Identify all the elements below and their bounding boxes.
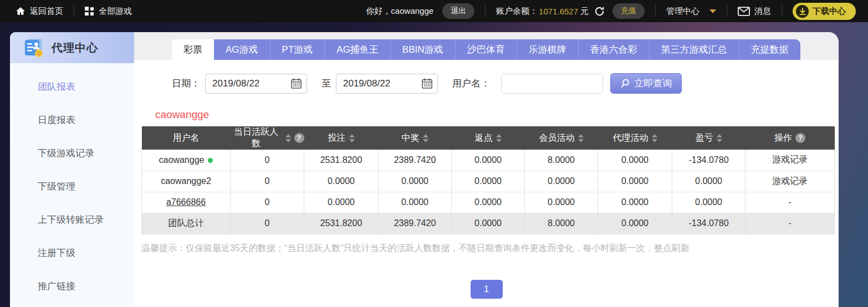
table-row: caowangge2 0 0.0000 0.0000 0.0000 0.0000… [142,171,835,192]
cell-bet: 2531.8200 [304,213,379,234]
tab-saba-sports[interactable]: 沙巴体育 [455,39,517,60]
cell-username: 团队总计 [142,213,231,234]
sidebar-header: 代理中心 [10,32,134,63]
cell-active-count: 0 [231,150,304,171]
topbar-left: 返回首页 全部游戏 [16,5,132,17]
tip-text: 温馨提示：仅保留最近35天的数据；“当日活跃人数”只统计当天的活跃人数数据，不随… [141,243,839,254]
sidebar-menu: 团队报表 日度报表 下级游戏记录 下级管理 上下级转账记录 注册下级 推广链接 [10,63,134,303]
admin-center-menu[interactable]: 管理中心 [666,6,716,17]
balance-value: 1071.6527 [539,7,578,16]
topbar: 返回首页 全部游戏 你好，caowangge 退出 账户余额： 1071.652… [0,0,868,22]
sub-user-link[interactable]: a7666866 [166,197,206,207]
cell-win: 2389.7420 [379,213,452,234]
page-button-1[interactable]: 1 [471,280,503,299]
search-button-label: 立即查询 [634,77,672,90]
date-label: 日期： [172,77,200,90]
to-label: 至 [321,77,331,90]
username-input[interactable] [501,74,603,94]
main-layout: 代理中心 团队报表 日度报表 下级游戏记录 下级管理 上下级转账记录 注册下级 … [0,22,868,307]
cell-profit: -134.0780 [672,213,746,234]
topbar-divider [727,5,727,17]
agent-name: caowangge [155,109,839,121]
table-row: caowangge 0 2531.8200 2389.7420 0.0000 8… [142,150,835,171]
tab-ag-games[interactable]: AG游戏 [214,39,270,60]
game-tabs: 彩票 AG游戏 PT游戏 AG捕鱼王 BBIN游戏 沙巴体育 乐游棋牌 香港六合… [134,32,839,60]
download-icon [796,5,809,18]
username-label: 用户名： [452,77,490,90]
cell-username: a7666866 [142,192,231,213]
game-records-link[interactable]: 游戏记录 [746,150,835,171]
date-to-value: 2019/08/22 [343,78,390,89]
sort-control[interactable] [423,134,428,142]
sidebar-item-transfer-records[interactable]: 上下级转账记录 [10,203,134,237]
cell-action: - [746,192,835,213]
envelope-icon [738,7,750,16]
sidebar-item-team-report[interactable]: 团队报表 [10,70,134,104]
cell-active-count: 0 [231,171,304,192]
tab-pt-games[interactable]: PT游戏 [270,39,325,60]
agent-center-icon [22,37,44,58]
tab-ag-fishing[interactable]: AG捕鱼王 [324,39,390,60]
tab-hk-mark-six[interactable]: 香港六合彩 [578,39,649,60]
team-report-table: 用户名 当日活跃人数? 投注 中奖 返点 会员活动 代理活动 盈亏 操作? ca… [141,126,835,234]
cell-agent-activity: 0.0000 [598,213,672,234]
sort-control[interactable] [578,134,584,142]
chevron-down-icon [709,9,716,13]
sidebar-item-promo-links[interactable]: 推广链接 [10,270,134,303]
cell-bet: 2531.8200 [304,150,379,171]
cell-agent-activity: 0.0000 [598,192,672,213]
cell-member-activity: 8.0000 [525,213,598,234]
sidebar-item-sub-game-records[interactable]: 下级游戏记录 [10,137,134,170]
home-icon [16,6,25,16]
tab-bbin-games[interactable]: BBIN游戏 [390,39,455,60]
topbar-divider [485,5,486,17]
col-rebate: 返点 [452,126,525,150]
all-games-label: 全部游戏 [99,6,132,17]
col-profit: 盈亏 [672,126,746,150]
sidebar-item-daily-report[interactable]: 日度报表 [10,104,134,137]
sort-control[interactable] [285,134,291,142]
balance-unit: 元 [580,6,589,17]
topbar-divider [782,5,782,17]
messages-button[interactable]: 消息 [738,6,771,17]
download-center-button[interactable]: 下载中心 [793,3,856,20]
sort-control[interactable] [652,134,657,142]
col-active-count: 当日活跃人数? [231,126,304,150]
sort-control[interactable] [496,134,502,142]
refresh-balance-icon[interactable] [594,6,605,17]
download-center-label: 下载中心 [813,6,846,17]
sort-control[interactable] [717,134,722,142]
user-greeting: 你好，caowangge [366,6,433,17]
tab-leyou-chess[interactable]: 乐游棋牌 [517,39,578,60]
sidebar-item-register-sub[interactable]: 注册下级 [10,237,134,270]
sidebar-item-sub-management[interactable]: 下级管理 [10,170,134,203]
sort-control[interactable] [349,134,355,142]
calendar-icon [422,78,432,89]
tab-lottery[interactable]: 彩票 [172,39,214,60]
logout-button[interactable]: 退出 [442,3,474,19]
grid-icon [85,7,94,16]
cell-member-activity: 0.0000 [525,192,598,213]
cell-member-activity: 0.0000 [525,171,598,192]
home-button[interactable]: 返回首页 [16,6,63,17]
tab-thirdparty-summary[interactable]: 第三方游戏汇总 [649,39,739,60]
cell-rebate: 0.0000 [452,171,525,192]
all-games-button[interactable]: 全部游戏 [85,6,132,17]
help-icon[interactable]: ? [795,133,805,143]
col-username: 用户名 [142,126,231,150]
col-member-activity: 会员活动 [525,126,598,150]
col-bet: 投注 [304,126,379,150]
game-records-link[interactable]: 游戏记录 [746,171,835,192]
date-from-value: 2019/08/22 [212,78,259,89]
date-to-input[interactable]: 2019/08/22 [336,74,438,94]
date-from-input[interactable]: 2019/08/22 [205,74,307,94]
cell-bet: 0.0000 [304,192,379,213]
help-icon[interactable]: ? [294,133,304,143]
cell-rebate: 0.0000 [452,192,525,213]
cell-action: - [746,213,835,234]
pagination: 1 [134,280,839,299]
search-button[interactable]: 立即查询 [610,73,682,94]
col-win: 中奖 [379,126,452,150]
recharge-button[interactable]: 充值 [612,3,645,19]
tab-deposit-withdraw-data[interactable]: 充提数据 [739,39,800,60]
